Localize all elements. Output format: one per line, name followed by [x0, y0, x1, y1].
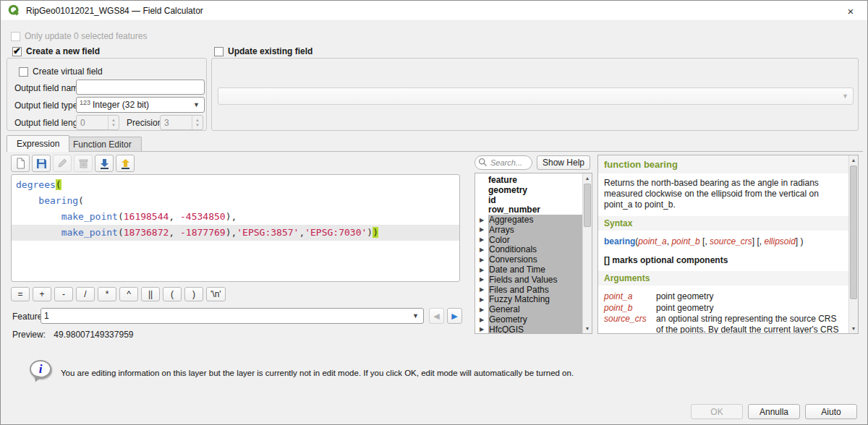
expander-icon[interactable]: ▶	[475, 246, 488, 253]
argument-row: source_crsan optional string representin…	[604, 314, 843, 333]
new-expression-icon[interactable]	[11, 155, 30, 172]
function-list-item[interactable]: ▶Date and Time	[475, 265, 582, 275]
function-list-item[interactable]: ▶Files and Paths	[475, 285, 582, 295]
expression-line[interactable]: make_point(18736872, -1877769),'EPSG:385…	[12, 225, 459, 241]
expander-icon[interactable]: ▶	[475, 276, 488, 283]
tab-function-editor[interactable]: Function Editor	[63, 137, 142, 152]
update-existing-field-checkbox[interactable]: Update existing field	[214, 46, 312, 57]
help-button[interactable]: Aiuto	[805, 404, 857, 419]
expander-icon[interactable]: ▶	[475, 217, 488, 223]
cancel-button[interactable]: Annulla	[748, 404, 800, 419]
function-list-item[interactable]: ▶Color	[475, 235, 582, 245]
argument-row: point_apoint geometry	[604, 291, 843, 302]
checkbox-box[interactable]	[11, 32, 20, 41]
spinner-arrows-icon[interactable]: ▲▼	[108, 116, 119, 129]
syntax-heading: Syntax	[598, 216, 848, 231]
scroll-down-icon[interactable]: ▼	[849, 324, 858, 333]
scroll-up-icon[interactable]: ▲	[849, 155, 858, 165]
output-field-type-label: Output field type	[14, 100, 77, 111]
precision-spinner[interactable]: 3 ▲▼	[160, 115, 203, 130]
operator-button[interactable]: ^	[119, 287, 138, 301]
optional-note: [] marks optional components	[598, 248, 848, 271]
function-list-item[interactable]: ▶Geometry	[475, 314, 582, 325]
function-list-item[interactable]: ▶Arrays	[475, 225, 582, 235]
expander-icon[interactable]: ▶	[475, 306, 488, 313]
expander-icon[interactable]: ▶	[475, 257, 488, 263]
operator-button[interactable]: )	[184, 287, 203, 301]
function-list-item[interactable]: feature	[475, 175, 582, 185]
previous-feature-button[interactable]: ◀	[429, 308, 444, 324]
expander-icon[interactable]: ▶	[475, 317, 488, 323]
function-list-item[interactable]: geometry	[475, 185, 582, 195]
function-list-item[interactable]: row_number	[475, 205, 582, 215]
arguments-heading: Arguments	[598, 271, 848, 286]
output-field-name-input[interactable]	[76, 80, 205, 95]
output-field-length-label: Output field length	[14, 118, 85, 128]
scrollbar-thumb[interactable]	[584, 184, 591, 227]
window-title: RipGeo01012021_WGS84 — Field Calculator	[26, 6, 203, 16]
function-list-item[interactable]: ▶Conditionals	[475, 245, 582, 255]
delete-expression-icon[interactable]	[74, 155, 93, 172]
tab-expression[interactable]: Expression	[7, 135, 69, 152]
function-list-scrollbar[interactable]: ▲ ▼	[582, 173, 592, 333]
operator-buttons: =+-/*^||()'\n'	[11, 287, 226, 301]
function-list-item[interactable]: ▶Fields and Values	[475, 275, 582, 285]
expression-line[interactable]: bearing(	[12, 193, 459, 209]
only-update-checkbox[interactable]: Only update 0 selected features	[11, 30, 147, 42]
function-list-item[interactable]: ▶General	[475, 304, 582, 314]
scroll-down-icon[interactable]: ▼	[583, 324, 592, 333]
expression-line[interactable]: degrees(	[12, 177, 459, 193]
feature-combo[interactable]: 1 ▼	[41, 308, 424, 324]
spinner-arrows-icon[interactable]: ▲▼	[192, 116, 203, 129]
function-list-item[interactable]: ▶Aggregates	[475, 215, 582, 225]
preview-label: Preview:	[12, 330, 46, 340]
expander-icon[interactable]: ▶	[475, 286, 488, 293]
output-field-type-value: Integer (32 bit)	[93, 100, 149, 110]
import-expression-icon[interactable]	[95, 155, 114, 172]
scroll-up-icon[interactable]: ▲	[583, 173, 592, 183]
existing-field-combo[interactable]: ▼	[218, 87, 854, 105]
expander-icon[interactable]: ▶	[475, 326, 488, 332]
operator-button[interactable]: *	[98, 287, 116, 301]
checkbox-box[interactable]	[12, 47, 22, 56]
expander-icon[interactable]: ▶	[475, 296, 488, 303]
expression-editor[interactable]: degrees( bearing( make_point(16198544, -…	[11, 174, 460, 282]
operator-button[interactable]: ||	[141, 287, 160, 301]
expander-icon[interactable]: ▶	[475, 226, 488, 233]
qgis-logo-icon	[8, 4, 20, 17]
function-list-item[interactable]: ▶HfcQGIS	[475, 325, 582, 334]
function-list-item[interactable]: ▶Fuzzy Matching	[475, 295, 582, 305]
feature-value: 1	[44, 311, 49, 321]
checkbox-box[interactable]	[214, 47, 224, 56]
function-list-item[interactable]: id	[475, 195, 582, 205]
operator-button[interactable]: +	[33, 287, 51, 301]
edit-expression-icon[interactable]	[53, 155, 72, 172]
scrollbar-thumb[interactable]	[850, 166, 857, 299]
output-field-type-combo[interactable]: 123 Integer (32 bit) ▼	[76, 97, 205, 113]
help-title: function bearing	[598, 155, 848, 173]
help-description: Returns the north-based bearing as the a…	[598, 173, 848, 216]
output-field-length-spinner[interactable]: 0 ▲▼	[76, 115, 119, 130]
function-list-item[interactable]: ▶Conversions	[475, 254, 582, 265]
expander-icon[interactable]: ▶	[475, 236, 488, 243]
operator-button[interactable]: -	[54, 287, 73, 301]
ok-button[interactable]: OK	[691, 404, 743, 419]
next-feature-button[interactable]: ▶	[447, 308, 462, 324]
export-expression-icon[interactable]	[116, 155, 135, 172]
feature-label: Feature	[12, 312, 42, 322]
create-new-field-checkbox[interactable]: Create a new field	[12, 46, 100, 57]
create-virtual-field-checkbox[interactable]: Create virtual field	[19, 66, 103, 77]
dialog-buttons: OK Annulla Aiuto	[691, 404, 857, 419]
show-help-button[interactable]: Show Help	[537, 155, 590, 170]
checkbox-box[interactable]	[19, 67, 28, 77]
help-scrollbar[interactable]: ▲ ▼	[848, 155, 858, 333]
operator-button[interactable]: (	[163, 287, 182, 301]
expander-icon[interactable]: ▶	[475, 267, 488, 273]
save-expression-icon[interactable]	[32, 155, 51, 172]
close-button[interactable]: ×	[834, 1, 867, 21]
operator-button[interactable]: '\n'	[206, 287, 226, 301]
operator-button[interactable]: =	[11, 287, 30, 301]
edit-mode-message: You are editing information on this laye…	[61, 369, 574, 377]
expression-line[interactable]: make_point(16198544, -4534850),	[12, 209, 459, 225]
operator-button[interactable]: /	[76, 287, 95, 301]
